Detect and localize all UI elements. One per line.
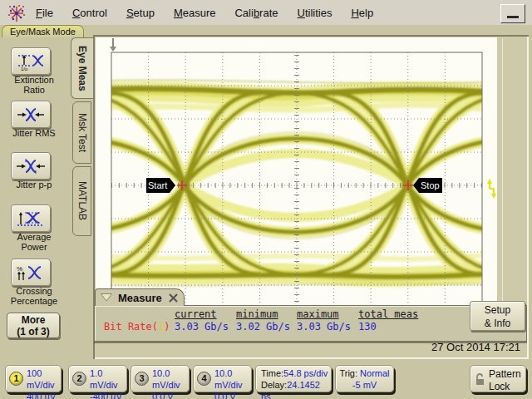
bit-rate-total-meas: 130	[358, 321, 377, 332]
menu-help[interactable]: Help	[348, 5, 376, 21]
menu-control[interactable]: Control	[70, 5, 110, 21]
extinction-ratio-icon-text: 1/o	[21, 66, 28, 71]
crossing-percentage-icon-text: %	[17, 265, 22, 273]
start-marker-label: Start	[148, 180, 167, 190]
menu-bar: File Control Setup Measure Calibrate Uti…	[0, 0, 532, 25]
close-icon[interactable]	[168, 293, 179, 303]
column-minimum: minimum	[236, 308, 278, 320]
extinction-ratio-label: Extinction Ratio	[0, 76, 68, 95]
jitter-pp-label: Jitter p-p	[0, 180, 68, 190]
measure-panel-title: Measure	[118, 292, 162, 304]
jitter-pp-button[interactable]	[11, 152, 51, 180]
average-power-label: Average Power	[0, 233, 68, 252]
minimize-button[interactable]	[500, 4, 525, 23]
channel-1-button[interactable]: 1 100 mV/div400 µV	[5, 365, 62, 392]
stop-marker-label: Stop	[421, 180, 440, 190]
column-total-meas: total meas	[358, 308, 418, 320]
bit-rate-current: 3.03 Gb/s	[175, 321, 229, 332]
channel-4-badge: 4	[197, 372, 211, 386]
tab-msk-test[interactable]: Msk Test	[72, 101, 91, 164]
average-power-button[interactable]	[11, 204, 51, 232]
measure-results-table: current minimum maximum total meas Bit R…	[94, 305, 527, 342]
pattern-lock-button[interactable]: Pattern Lock	[470, 365, 526, 392]
minimize-icon	[507, 16, 519, 18]
menu-setup[interactable]: Setup	[124, 5, 157, 21]
measurement-name: Bit Rate(1)	[104, 321, 170, 332]
jitter-rms-button[interactable]	[11, 101, 51, 128]
column-maximum: maximum	[297, 308, 339, 320]
pattern-lock-label: Pattern Lock	[489, 368, 521, 393]
crossing-percentage-button[interactable]: %	[11, 259, 51, 286]
extinction-ratio-button[interactable]: 1/o	[11, 47, 51, 75]
bit-rate-maximum: 3.03 Gb/s	[297, 321, 351, 332]
trigger-position-marker[interactable]	[110, 38, 116, 52]
channel-3-button[interactable]: 3 10.0 mV/div0.0 V	[131, 365, 190, 392]
tab-matlab[interactable]: MATLAB	[72, 166, 91, 236]
more-button[interactable]: More (1 of 3)	[7, 313, 60, 338]
measure-panel-tab[interactable]: Measure	[95, 288, 185, 306]
channel-2-badge: 2	[72, 372, 86, 386]
lock-icon	[475, 373, 485, 386]
channel-3-badge: 3	[135, 372, 149, 386]
average-power-icon	[16, 209, 46, 228]
bit-rate-minimum: 3.02 Gb/s	[236, 321, 290, 332]
mode-tab-eye-mask[interactable]: Eye/Mask Mode	[2, 25, 84, 37]
setup-info-button[interactable]: Setup & Info	[470, 301, 525, 331]
timebase-button[interactable]: Time:54.8 ps/div Delay:24.1452 ns	[255, 365, 332, 392]
tab-eye-meas[interactable]: Eye Meas	[71, 37, 93, 99]
panel-groove	[502, 38, 503, 339]
menu-measure[interactable]: Measure	[171, 5, 219, 21]
app-logo-icon	[7, 3, 27, 23]
datetime-display: 27 Oct 2014 17:21	[431, 341, 520, 353]
jitter-rms-label: Jitter RMS	[0, 129, 68, 139]
menu-file[interactable]: File	[33, 5, 56, 21]
right-edge-marker-icon[interactable]	[487, 179, 496, 199]
crossing-percentage-label: Crossing Percentage	[0, 287, 68, 306]
menu-calibrate[interactable]: Calibrate	[232, 5, 280, 21]
trigger-button[interactable]: Trig: Normal -5 mV	[335, 365, 394, 392]
scope-application: File Control Setup Measure Calibrate Uti…	[0, 0, 532, 399]
channel-1-badge: 1	[9, 372, 23, 386]
crossing-percentage-icon: %	[16, 264, 46, 282]
channel-4-button[interactable]: 4 10.0 mV/div0.0 V	[193, 365, 252, 392]
jitter-pp-icon	[16, 158, 46, 175]
extinction-ratio-icon: 1/o	[16, 52, 46, 71]
jitter-rms-icon	[16, 106, 46, 123]
channel-2-button[interactable]: 2 1.0 mV/div-400 µV	[68, 365, 127, 392]
collapse-triangle-icon[interactable]	[101, 293, 112, 302]
menu-utilities[interactable]: Utilities	[295, 5, 335, 21]
column-current: current	[175, 308, 217, 320]
